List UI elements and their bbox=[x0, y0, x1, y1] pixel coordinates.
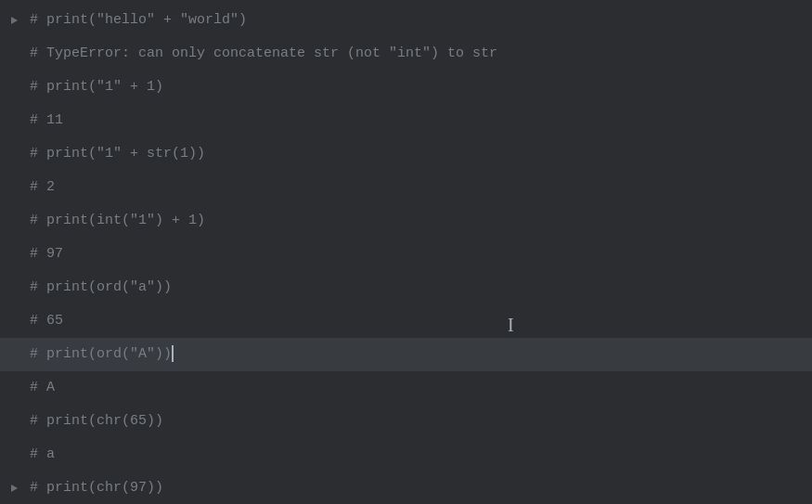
line-content: # print(ord("A")) bbox=[26, 338, 172, 371]
code-line: # TypeError: can only concatenate str (n… bbox=[0, 37, 812, 71]
code-line: # 97 bbox=[0, 238, 812, 271]
code-editor[interactable]: # print("hello" + "world")# TypeError: c… bbox=[0, 0, 812, 504]
line-content: # print(chr(97)) bbox=[26, 472, 163, 504]
code-line: # a bbox=[0, 438, 812, 472]
code-line: # 2 bbox=[0, 171, 812, 204]
code-line: # print(chr(97)) bbox=[0, 472, 812, 504]
code-line: # print(ord("A")) bbox=[0, 338, 812, 371]
code-line: # print(chr(65)) bbox=[0, 405, 812, 438]
code-line: # print(ord("a")) bbox=[0, 271, 812, 304]
line-content: # print("1" + 1) bbox=[26, 71, 163, 104]
line-content: # TypeError: can only concatenate str (n… bbox=[26, 37, 497, 71]
line-content: # 2 bbox=[26, 171, 55, 204]
code-line: # 65 bbox=[0, 304, 812, 338]
code-line: # A bbox=[0, 371, 812, 405]
line-content: # 97 bbox=[26, 238, 63, 271]
svg-marker-1 bbox=[11, 485, 18, 492]
line-content: # 65 bbox=[26, 304, 63, 338]
line-gutter bbox=[0, 482, 26, 495]
code-line: # print("1" + str(1)) bbox=[0, 137, 812, 171]
line-content: # print(int("1") + 1) bbox=[26, 204, 205, 238]
fold-icon[interactable] bbox=[7, 14, 20, 27]
text-cursor bbox=[172, 345, 174, 362]
code-area: # print("hello" + "world")# TypeError: c… bbox=[0, 0, 812, 504]
line-content: # print(chr(65)) bbox=[26, 405, 163, 438]
fold-icon[interactable] bbox=[7, 482, 20, 495]
line-content: # a bbox=[26, 438, 55, 472]
line-content: # print(ord("a")) bbox=[26, 271, 172, 304]
line-gutter bbox=[0, 14, 26, 27]
line-content: # A bbox=[26, 371, 55, 405]
code-line: # print("1" + 1) bbox=[0, 71, 812, 104]
svg-marker-0 bbox=[11, 17, 18, 24]
code-line: # print(int("1") + 1) bbox=[0, 204, 812, 238]
line-content: # 11 bbox=[26, 104, 63, 137]
line-content: # print("1" + str(1)) bbox=[26, 137, 205, 171]
line-content: # print("hello" + "world") bbox=[26, 4, 247, 37]
code-line: # 11 bbox=[0, 104, 812, 137]
code-line: # print("hello" + "world") bbox=[0, 4, 812, 37]
